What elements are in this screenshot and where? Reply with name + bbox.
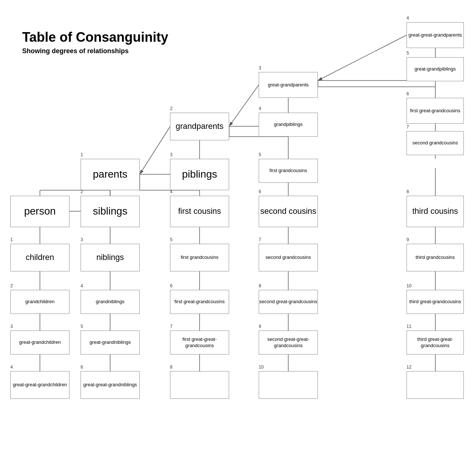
degree-label-second-grandcousins: 7 [259, 237, 261, 242]
node-second-grandcousins2: second grandcousins [407, 131, 464, 155]
degree-label-great-grandparents: 3 [259, 65, 261, 71]
degree-label-great-grandniblings: 5 [81, 324, 83, 329]
degree-label-siblings: 2 [81, 189, 83, 194]
degree-label-grandparents: 2 [170, 106, 173, 111]
page-subtitle: Showing degrees of relationships [22, 47, 129, 55]
node-first-great-grandcousins: first great-grandcousins [170, 290, 229, 314]
node-siblings: siblings [81, 196, 140, 227]
node-third-empty [407, 371, 464, 399]
degree-label-great-great-grandchildren: 4 [10, 364, 13, 370]
node-third-great-great-grandcousins: third great-great-grandcousins [407, 331, 464, 355]
node-first-grandcousins2: first grandcousins [259, 159, 318, 183]
degree-label-second-great-grandcousins: 8 [259, 283, 261, 288]
degree-label-second-empty: 10 [259, 364, 264, 370]
node-second-cousins: second cousins [259, 196, 318, 227]
degree-label-parents: 1 [81, 152, 83, 157]
degree-label-grandchildren: 2 [10, 283, 13, 288]
degree-label-niblings: 3 [81, 237, 83, 242]
node-grandpiblings: grandpiblings [259, 113, 318, 137]
degree-label-first-great-grandcousins2: 6 [407, 91, 409, 96]
node-great-grandniblings: great-grandniblings [81, 331, 140, 355]
node-first-grandcousins: first grandcousins [170, 244, 229, 271]
relationship-lines [0, 0, 476, 469]
svg-line-3 [318, 35, 407, 81]
node-niblings: niblings [81, 244, 140, 271]
degree-label-piblings: 3 [170, 152, 173, 157]
node-third-great-grandcousins: third great-grandcousins [407, 290, 464, 314]
node-great-great-grandchildren: great-great-grandchildren [10, 371, 69, 399]
node-grandchildren: grandchildren [10, 290, 69, 314]
node-first-great-grandcousins2: first great-grandcousins [407, 98, 464, 124]
degree-label-third-great-great-grandcousins: 11 [407, 324, 411, 329]
degree-label-great-great-grandparents: 4 [407, 16, 409, 21]
degree-label-first-cousins: 4 [170, 189, 173, 194]
degree-label-first-great-grandcousins: 6 [170, 283, 173, 288]
node-person: person [10, 196, 69, 227]
degree-label-great-grandchildren: 3 [10, 324, 13, 329]
node-second-grandcousins: second grandcousins [259, 244, 318, 271]
node-third-grandcousins: third grandcousins [407, 244, 464, 271]
node-great-grandchildren: great-grandchildren [10, 331, 69, 355]
node-second-great-great-grandcousins: second great-great-grandcousins [259, 331, 318, 355]
node-first-cousins: first cousins [170, 196, 229, 227]
node-third-cousins: third cousins [407, 196, 464, 227]
degree-label-great-great-grandniblings: 6 [81, 364, 83, 370]
degree-label-first-empty: 8 [170, 364, 173, 370]
degree-label-second-great-great-grandcousins: 9 [259, 324, 261, 329]
node-great-grandpiblings: great-grandpiblings [407, 57, 464, 81]
node-children: children [10, 244, 69, 271]
degree-label-grandpiblings: 4 [259, 106, 261, 111]
degree-label-great-grandpiblings: 5 [407, 51, 409, 56]
degree-label-third-empty: 12 [407, 364, 411, 370]
degree-label-third-grandcousins: 9 [407, 237, 409, 242]
degree-label-grandniblings: 4 [81, 283, 83, 288]
svg-line-1 [140, 127, 170, 174]
node-second-empty [259, 371, 318, 399]
page-title: Table of Consanguinity [22, 30, 168, 45]
node-great-great-grandparents: great-great-grandparents [407, 22, 464, 48]
node-first-empty [170, 371, 229, 399]
degree-label-third-cousins: 8 [407, 189, 409, 194]
degree-label-third-great-grandcousins: 10 [407, 283, 411, 288]
degree-label-second-cousins: 6 [259, 189, 261, 194]
degree-label-first-grandcousins: 5 [170, 237, 173, 242]
node-grandniblings: grandniblings [81, 290, 140, 314]
node-parents: parents [81, 159, 140, 190]
node-first-great-great-grandcousins: first great-great-grandcousins [170, 331, 229, 355]
node-piblings: piblings [170, 159, 229, 190]
svg-line-2 [229, 85, 259, 126]
node-second-great-grandcousins: second great-grandcousins [259, 290, 318, 314]
degree-label-children: 1 [10, 237, 13, 242]
degree-label-second-grandcousins2: 7 [407, 124, 409, 130]
node-grandparents: grandparents [170, 113, 229, 140]
degree-label-first-great-great-grandcousins: 7 [170, 324, 173, 329]
node-great-great-grandniblings: great-great-grandniblings [81, 371, 140, 399]
degree-label-first-grandcousins2: 5 [259, 152, 261, 157]
node-great-grandparents: great-grandparents [259, 72, 318, 98]
